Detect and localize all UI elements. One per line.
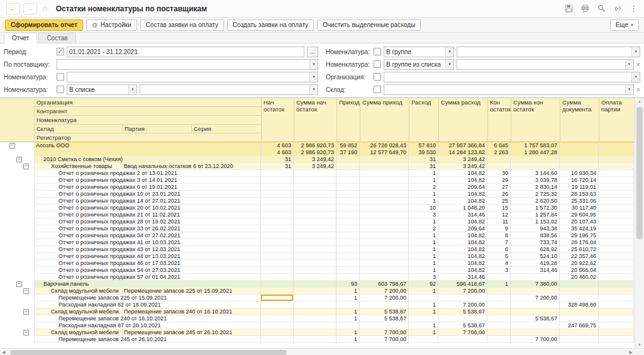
value-cell[interactable] xyxy=(599,322,634,329)
value-cell[interactable]: 328 498,60 xyxy=(560,301,599,308)
value-cell[interactable] xyxy=(294,274,336,281)
value-cell[interactable] xyxy=(599,260,634,267)
col-header-income-qty[interactable]: Приход xyxy=(336,98,360,142)
name-cell[interactable]: Расходная накладная 87 от 20.10.2021 xyxy=(35,322,261,329)
value-cell[interactable] xyxy=(360,205,409,211)
table-row[interactable]: Отчет о розничных продажах 20 от 10.02.2… xyxy=(0,205,635,211)
value-cell[interactable]: 3 144,60 xyxy=(511,170,560,177)
value-cell[interactable] xyxy=(599,218,634,225)
value-cell[interactable]: 20 922,62 xyxy=(560,260,599,267)
value-cell[interactable]: 14 284 123,82 xyxy=(438,149,487,156)
table-row[interactable]: Отчет о розничных продажах 10 от 23.01.2… xyxy=(0,191,635,198)
value-cell[interactable] xyxy=(294,232,336,239)
value-cell[interactable]: 28 153,63 xyxy=(560,191,599,198)
value-cell[interactable]: 2 830,14 xyxy=(511,184,560,191)
nomenclature-group-input[interactable]: ▾ xyxy=(457,47,640,57)
value-cell[interactable] xyxy=(511,301,560,308)
value-cell[interactable]: 2 263 xyxy=(487,149,511,156)
value-cell[interactable]: 31 xyxy=(261,163,294,170)
value-cell[interactable]: 6 xyxy=(487,246,511,253)
value-cell[interactable] xyxy=(294,308,336,315)
nomenclature-group-list-checkbox[interactable] xyxy=(374,60,381,68)
value-cell[interactable]: 1 xyxy=(409,198,438,205)
value-cell[interactable]: 1 xyxy=(409,170,438,177)
dropdown-arrow-icon[interactable]: ▾ xyxy=(625,85,633,94)
col-header-batch[interactable]: Партия xyxy=(123,125,192,133)
collapse-icon[interactable]: − xyxy=(23,309,29,315)
value-cell[interactable] xyxy=(599,281,634,288)
value-cell[interactable]: 1 xyxy=(409,260,438,267)
value-cell[interactable] xyxy=(336,218,360,225)
value-cell[interactable] xyxy=(261,191,294,198)
value-cell[interactable]: 1 xyxy=(409,301,438,308)
value-cell[interactable] xyxy=(360,301,409,308)
value-cell[interactable]: 19 119,01 xyxy=(560,184,599,191)
value-cell[interactable] xyxy=(599,205,634,211)
value-cell[interactable] xyxy=(261,170,294,177)
value-cell[interactable] xyxy=(599,184,634,191)
value-cell[interactable] xyxy=(294,198,336,205)
value-cell[interactable]: 7 200,00 xyxy=(438,301,487,308)
value-cell[interactable]: 1 xyxy=(409,308,438,315)
collapse-icon[interactable]: − xyxy=(23,164,29,169)
value-cell[interactable]: 93 xyxy=(336,281,360,288)
value-cell[interactable]: 22 357,46 xyxy=(560,253,599,260)
collapse-icon[interactable]: − xyxy=(16,281,22,287)
value-cell[interactable] xyxy=(409,295,438,301)
value-cell[interactable] xyxy=(360,232,409,239)
value-cell[interactable]: 12 577 649,70 xyxy=(360,149,409,156)
value-cell[interactable] xyxy=(294,295,336,301)
value-cell[interactable]: 57 810 xyxy=(409,142,438,149)
value-cell[interactable] xyxy=(560,295,599,301)
value-cell[interactable] xyxy=(599,253,634,260)
vertical-scroll-thumb[interactable] xyxy=(636,107,643,239)
value-cell[interactable]: 1 xyxy=(409,246,438,253)
value-cell[interactable] xyxy=(294,315,336,322)
value-cell[interactable] xyxy=(487,288,511,295)
value-cell[interactable] xyxy=(261,267,294,274)
value-cell[interactable] xyxy=(336,177,360,184)
nomenclature-group-checkbox[interactable] xyxy=(374,48,381,55)
value-cell[interactable] xyxy=(261,281,294,288)
table-row[interactable]: Перемещение запасов 245 от 26.10.202117 … xyxy=(0,336,635,343)
value-cell[interactable]: 20 460,02 xyxy=(560,274,599,281)
clear-expenses-button[interactable]: Очистить выделенные расходы xyxy=(317,20,421,31)
collapse-icon[interactable]: − xyxy=(9,143,15,149)
scroll-left-icon[interactable]: ◀ xyxy=(2,350,5,355)
value-cell[interactable]: 2 986 920,73 xyxy=(294,142,336,149)
value-cell[interactable]: 104,82 xyxy=(438,253,487,260)
value-cell[interactable] xyxy=(294,301,336,308)
value-cell[interactable]: 7 200,00 xyxy=(511,295,560,301)
value-cell[interactable] xyxy=(294,170,336,177)
value-cell[interactable] xyxy=(560,329,599,336)
value-cell[interactable]: 104,82 xyxy=(438,191,487,198)
value-cell[interactable] xyxy=(261,177,294,184)
horizontal-scrollbar[interactable]: ◀ ▶ xyxy=(0,348,644,355)
table-row[interactable]: Отчет о розничных продажах 28 от 19.02.2… xyxy=(0,218,635,225)
value-cell[interactable] xyxy=(487,156,511,163)
value-cell[interactable]: 1 xyxy=(409,253,438,260)
collapse-icon[interactable]: − xyxy=(23,288,29,294)
value-cell[interactable] xyxy=(336,225,360,232)
value-cell[interactable]: 7 xyxy=(487,239,511,246)
registrator-cell[interactable]: Перемещение запасов 245 от 26.10.2021 xyxy=(123,329,261,336)
search-icon[interactable] xyxy=(597,4,606,13)
table-row[interactable]: −Склад модульной мебелиПеремещение запас… xyxy=(0,288,635,295)
name-cell[interactable]: Отчет о розничных продажах 10 от 23.01.2… xyxy=(35,191,261,198)
value-cell[interactable] xyxy=(294,205,336,211)
supplier-input[interactable]: ▾ xyxy=(57,59,318,70)
table-row[interactable]: −Склад модульной мебелиПеремещение запас… xyxy=(0,329,635,336)
col-header-end-qty[interactable]: Кон остаток xyxy=(487,98,511,142)
value-cell[interactable]: 1 xyxy=(409,177,438,184)
value-cell[interactable] xyxy=(560,142,599,149)
table-row[interactable]: Отчет о розничных продажах 41 от 10.03.2… xyxy=(0,239,635,246)
value-cell[interactable]: 10 930,34 xyxy=(560,170,599,177)
value-cell[interactable]: 2 xyxy=(409,225,438,232)
value-cell[interactable] xyxy=(294,253,336,260)
value-cell[interactable]: 1 280 447,28 xyxy=(511,149,560,156)
value-cell[interactable] xyxy=(487,308,511,315)
save-icon[interactable] xyxy=(564,4,573,13)
value-cell[interactable] xyxy=(560,156,599,163)
col-header-end-sum[interactable]: Сумма кон остаток xyxy=(511,98,560,142)
value-cell[interactable] xyxy=(294,281,336,288)
